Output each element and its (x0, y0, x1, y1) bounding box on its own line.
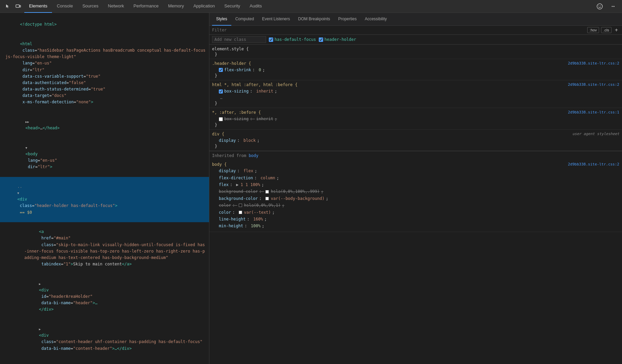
tab-console[interactable]: Console (52, 0, 78, 13)
color-swatch-strikethrough[interactable] (239, 204, 242, 207)
star-source[interactable]: 2d9bb338.site-ltr.css:1 (568, 110, 619, 114)
div-user-agent-rule: div { user agent stylesheet display : bl… (209, 130, 622, 151)
flex-shrink-prop: flex-shrink : 0 ; (212, 67, 619, 73)
header-holder-rule: .header-holder { 2d9bb338.site-ltr.css:2… (209, 59, 622, 80)
box-sizing-checkbox[interactable] (219, 89, 223, 94)
tab-accessibility[interactable]: Accessibility (361, 13, 391, 26)
emoji-icon[interactable] (595, 2, 604, 11)
tab-dom-breakpoints[interactable]: DOM Breakpoints (294, 13, 334, 26)
box-sizing-strikethrough-prop: box-sizing : inherit ; (212, 115, 619, 122)
right-tab-bar: Styles Computed Event Listeners DOM Brea… (209, 13, 622, 26)
bg-color-var-prop: background-color : var(--body-background… (212, 195, 619, 202)
min-height-prop: min-height : 100% ; (212, 223, 619, 229)
device-icon[interactable] (14, 2, 23, 11)
add-style-button[interactable]: + (614, 27, 619, 33)
tab-sources[interactable]: Sources (78, 0, 103, 13)
inherited-header: Inherited from body (209, 151, 622, 160)
devtools-top-tabs: Elements Console Sources Network Perform… (0, 0, 622, 13)
color-strikethrough-prop: color : hsla(0,0%,9%,1) ; (212, 202, 619, 209)
box-sizing-prop: box-sizing : inherit ; (212, 88, 619, 95)
line-height-prop: line-height : 160% ; (212, 216, 619, 223)
element-style-selector: element.style { (212, 47, 619, 51)
tab-performance[interactable]: Performance (129, 0, 163, 13)
html-element[interactable]: <html class="hasSidebar hasPageActions h… (0, 34, 209, 112)
cls-button[interactable]: .cls (601, 27, 612, 33)
bg-color-var-swatch[interactable] (265, 197, 269, 200)
filter-input[interactable] (212, 28, 587, 32)
svg-rect-1 (20, 5, 21, 7)
header-holder-source[interactable]: 2d9bb338.site-ltr.css:2 (568, 61, 619, 66)
styles-panel-container: Styles Computed Event Listeners DOM Brea… (209, 13, 622, 364)
body-source[interactable]: 2d9bb338.site-ltr.css:2 (568, 162, 619, 166)
selected-div[interactable]: .. ▼ <div class="header-holder has-defau… (0, 177, 209, 222)
display-block-prop: display : block ; (212, 137, 619, 144)
styles-content: :hov .cls + has-default-focus header-hol… (209, 26, 622, 364)
tab-network[interactable]: Network (103, 0, 129, 13)
class-has-default-focus[interactable]: has-default-focus (269, 37, 316, 42)
more-options-icon[interactable]: ⋯ (608, 2, 618, 11)
display-flex-prop: display : flex ; (212, 167, 619, 174)
color-var-prop: color : var(--text) ; (212, 209, 619, 216)
tab-styles[interactable]: Styles (212, 13, 231, 26)
banner-holder-div[interactable]: <div id="banner-holder" class="has-defau… (0, 358, 209, 364)
tab-security[interactable]: Security (219, 0, 245, 13)
inherited-body-link[interactable]: body (249, 153, 258, 158)
cursor-icon[interactable] (3, 2, 12, 11)
svg-point-2 (597, 4, 602, 9)
hov-button[interactable]: :hov (587, 27, 599, 33)
bg-color-strikethrough-prop: background-color : hsla(0,0%,100%,.999) … (212, 188, 619, 195)
element-style-rule: element.style { } (209, 45, 622, 59)
tab-application[interactable]: Application (189, 0, 220, 13)
main-layout: <!doctype html> <html class="hasSidebar … (0, 13, 622, 364)
tab-computed[interactable]: Computed (231, 13, 258, 26)
svg-point-4 (600, 5, 601, 6)
html-doctype[interactable]: <!doctype html> (0, 15, 209, 34)
head-element[interactable]: ▶ <head>…</head> (0, 112, 209, 138)
html-star-rule: html *, html :after, html :before { 2d9b… (209, 80, 622, 108)
div-user-agent-selector: div { user agent stylesheet (212, 132, 619, 136)
elements-panel: <!doctype html> <html class="hasSidebar … (0, 13, 209, 364)
body-rule: body { 2d9bb338.site-ltr.css:2 display :… (209, 160, 622, 232)
filter-bar: :hov .cls + (209, 26, 622, 35)
content-header-div[interactable]: ▶ <div class="content-header uhf-contain… (0, 319, 209, 358)
element-style-close: } (212, 52, 619, 57)
header-area-div[interactable]: ▶ <div id="headerAreaHolder" data-bi-nam… (0, 274, 209, 319)
svg-point-3 (599, 5, 599, 6)
body-element[interactable]: ▼ <body lang="en-us" dir="ltr"> (0, 138, 209, 177)
tab-memory[interactable]: Memory (163, 0, 189, 13)
html-star-selector: html *, html :after, html :before { 2d9b… (212, 82, 619, 87)
tab-properties[interactable]: Properties (334, 13, 361, 26)
color-var-swatch[interactable] (239, 211, 242, 214)
flex-direction-prop: flex-direction : column ; (212, 175, 619, 181)
box-sizing-strikethrough-checkbox[interactable] (219, 117, 223, 121)
class-input[interactable] (212, 36, 266, 43)
html-star-source[interactable]: 2d9bb338.site-ltr.css:2 (568, 82, 619, 87)
class-header-holder[interactable]: header-holder (319, 37, 356, 42)
tab-elements[interactable]: Elements (24, 0, 52, 13)
header-holder-selector: .header-holder { 2d9bb338.site-ltr.css:2 (212, 61, 619, 66)
flex-prop: flex : ▶ 1 1 100% ; (212, 181, 619, 188)
body-selector: body { 2d9bb338.site-ltr.css:2 (212, 162, 619, 167)
tab-event-listeners[interactable]: Event Listeners (258, 13, 294, 26)
star-selector: *, :after, :before { 2d9bb338.site-ltr.c… (212, 110, 619, 115)
tab-audits[interactable]: Audits (245, 0, 266, 13)
anchor-element[interactable]: <a href="#main" class="skip-to-main-link… (0, 222, 209, 274)
bg-color-swatch[interactable] (265, 190, 269, 193)
star-rule: *, :after, :before { 2d9bb338.site-ltr.c… (209, 108, 622, 129)
svg-rect-0 (16, 5, 19, 7)
class-editor: has-default-focus header-holder (209, 35, 622, 45)
ellipsis-line: … (212, 95, 619, 101)
flex-shrink-checkbox[interactable] (219, 68, 223, 72)
